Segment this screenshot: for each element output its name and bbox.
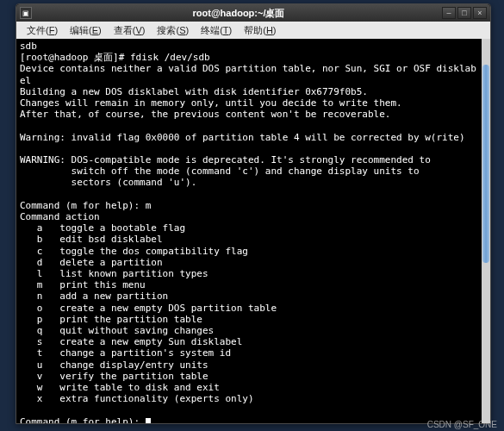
close-button[interactable]: × [473, 7, 487, 19]
menu-帮助[interactable]: 帮助(H) [239, 23, 281, 38]
menu-编辑[interactable]: 编辑(E) [65, 23, 107, 38]
terminal-area[interactable]: sdb [root@hadoop 桌面]# fdisk /dev/sdb Dev… [16, 39, 490, 423]
terminal-cursor [146, 418, 151, 423]
maximize-button[interactable]: □ [457, 7, 471, 19]
minimize-button[interactable]: – [442, 7, 456, 19]
menu-查看[interactable]: 查看(V) [109, 23, 151, 38]
menu-搜索[interactable]: 搜索(S) [152, 23, 194, 38]
watermark: CSDN @SF_ONE [427, 420, 497, 429]
scrollbar-thumb[interactable] [482, 65, 489, 263]
app-icon: ▣ [20, 7, 32, 19]
terminal-output[interactable]: sdb [root@hadoop 桌面]# fdisk /dev/sdb Dev… [20, 41, 487, 423]
menu-bar: 文件(F)编辑(E)查看(V)搜索(S)终端(T)帮助(H) [16, 22, 490, 39]
window-titlebar[interactable]: ▣ root@hadoop:~/桌面 – □ × [16, 4, 490, 22]
scrollbar[interactable] [482, 39, 490, 423]
window-title: root@hadoop:~/桌面 [35, 7, 442, 20]
menu-终端[interactable]: 终端(T) [196, 23, 237, 38]
menu-文件[interactable]: 文件(F) [22, 23, 63, 38]
terminal-window: ▣ root@hadoop:~/桌面 – □ × 文件(F)编辑(E)查看(V)… [16, 3, 491, 424]
